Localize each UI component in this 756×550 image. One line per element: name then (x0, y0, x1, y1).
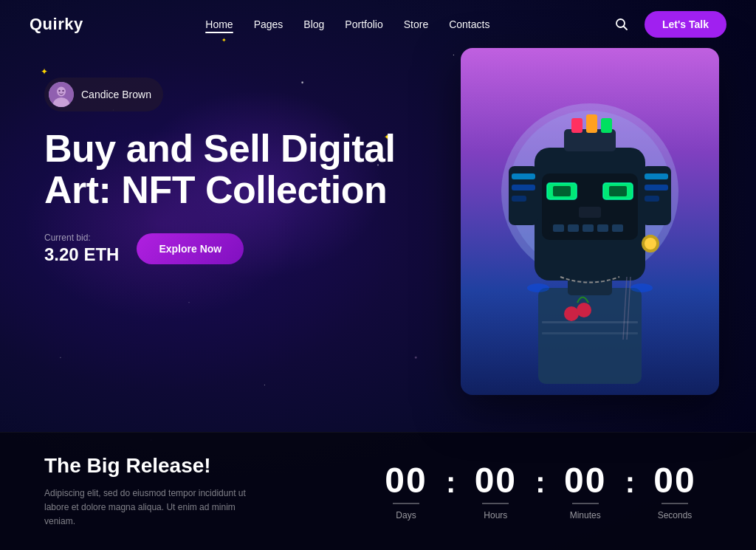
svg-point-41 (645, 238, 656, 250)
hours-label: Hours (484, 510, 507, 520)
nav-contacts[interactable]: Contacts (449, 18, 489, 30)
nft-image (461, 48, 719, 395)
header: Quirky Home Pages Blog Portfolio Store C… (0, 0, 756, 48)
svg-rect-48 (542, 332, 638, 334)
countdown-days: 00 Days (369, 463, 443, 520)
countdown-hours: 00 Hours (458, 463, 532, 520)
svg-rect-25 (612, 224, 623, 232)
svg-rect-23 (583, 224, 594, 232)
logo: Quirky (30, 15, 83, 34)
svg-point-6 (62, 90, 63, 92)
svg-point-39 (577, 303, 591, 317)
seconds-label: Seconds (658, 510, 693, 520)
seconds-line (662, 503, 688, 504)
artist-name: Candice Brown (81, 89, 151, 100)
days-value: 00 (385, 463, 427, 498)
svg-rect-35 (645, 173, 668, 179)
svg-rect-32 (512, 173, 535, 179)
countdown-seconds: 00 Seconds (638, 463, 712, 520)
bottom-section: The Big Release! Adipiscing elit, sed do… (0, 432, 756, 550)
search-button[interactable] (612, 15, 631, 34)
nav-pages[interactable]: Pages (254, 18, 284, 30)
hours-line (482, 503, 509, 504)
nav-home[interactable]: Home (205, 18, 233, 30)
search-icon (615, 18, 628, 31)
svg-point-38 (564, 306, 579, 321)
svg-rect-33 (512, 185, 535, 190)
days-label: Days (396, 510, 416, 520)
countdown: 00 Days : 00 Hours : 00 Minutes : 00 Sec… (325, 463, 712, 520)
hours-value: 00 (475, 463, 517, 498)
explore-button[interactable]: Explore Now (137, 233, 244, 264)
separator-1: : (446, 466, 456, 511)
bid-value: 3.20 ETH (44, 244, 119, 265)
svg-rect-21 (553, 224, 564, 232)
days-line (393, 503, 419, 504)
minutes-label: Minutes (570, 510, 601, 520)
svg-rect-36 (645, 185, 668, 190)
svg-point-3 (57, 87, 66, 97)
nav-portfolio[interactable]: Portfolio (345, 18, 382, 30)
seconds-value: 00 (653, 463, 695, 498)
svg-rect-42 (647, 235, 653, 238)
release-section: The Big Release! Adipiscing elit, sed do… (44, 454, 281, 529)
svg-rect-22 (568, 224, 579, 232)
svg-rect-37 (645, 196, 659, 202)
svg-point-46 (630, 283, 653, 292)
svg-rect-18 (609, 186, 627, 196)
countdown-minutes: 00 Minutes (549, 463, 622, 520)
svg-line-1 (624, 26, 628, 30)
lets-talk-button[interactable]: Let's Talk (645, 11, 726, 38)
svg-rect-28 (586, 114, 597, 133)
svg-rect-34 (512, 196, 526, 202)
svg-rect-24 (597, 224, 608, 232)
svg-rect-9 (538, 288, 642, 384)
separator-3: : (625, 466, 635, 511)
svg-rect-47 (542, 321, 638, 323)
release-title: The Big Release! (44, 454, 281, 478)
nav-right: Let's Talk (612, 11, 726, 38)
bid-label: Current bid: (44, 233, 119, 243)
minutes-value: 00 (564, 463, 606, 498)
main-content: Candice Brown Buy and Sell Digital Art: … (0, 48, 756, 432)
release-text: Adipiscing elit, sed do eiusmod tempor i… (44, 487, 251, 529)
bid-info: Current bid: 3.20 ETH (44, 233, 119, 265)
bid-section: Current bid: 3.20 ETH Explore Now (44, 233, 413, 265)
svg-point-5 (58, 90, 60, 92)
hero-title: Buy and Sell Digital Art: NFT Collection (44, 128, 413, 210)
main-nav: Home Pages Blog Portfolio Store Contacts (205, 18, 489, 30)
svg-rect-17 (553, 186, 571, 196)
left-content: Candice Brown Buy and Sell Digital Art: … (44, 63, 413, 265)
avatar (49, 82, 74, 107)
artist-badge: Candice Brown (44, 78, 163, 111)
svg-rect-27 (571, 118, 583, 133)
nft-image-inner (461, 48, 719, 395)
separator-2: : (535, 466, 545, 511)
nav-blog[interactable]: Blog (303, 18, 324, 30)
nav-store[interactable]: Store (404, 18, 428, 30)
svg-point-45 (527, 283, 549, 292)
svg-rect-29 (601, 118, 612, 133)
svg-rect-19 (579, 207, 601, 218)
minutes-line (572, 503, 599, 504)
